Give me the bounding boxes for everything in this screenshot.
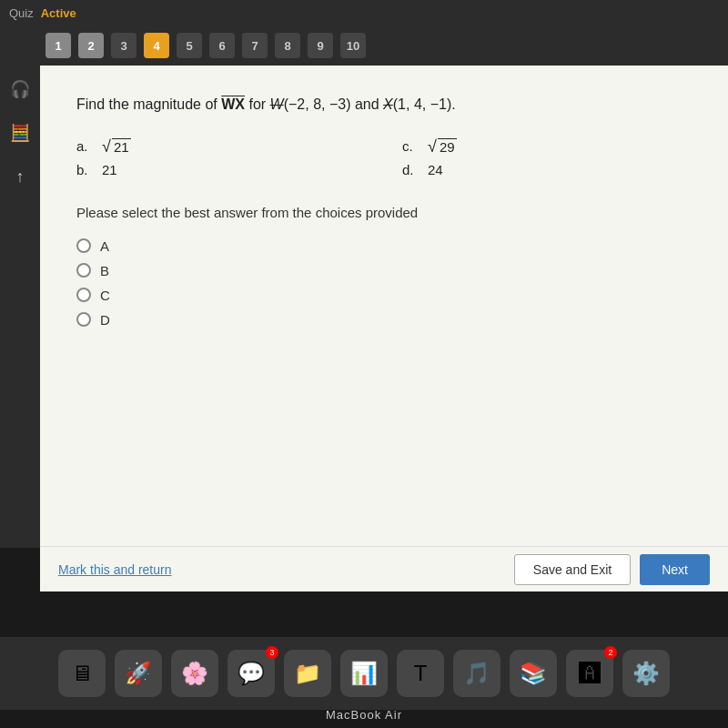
radio-d[interactable]	[76, 312, 91, 327]
dock-messages-icon[interactable]: 💬 3	[228, 650, 275, 697]
answer-a-label: a.	[76, 138, 95, 154]
answer-b-value: 21	[102, 162, 117, 177]
tab-4[interactable]: 4	[144, 33, 169, 58]
sidebar: 🎧 🧮 ↑	[0, 66, 40, 548]
point-w-coords: (−2, 8, −3)	[284, 96, 351, 112]
mark-return-button[interactable]: Mark this and return	[58, 562, 172, 577]
action-bar: Mark this and return Save and Exit Next	[40, 546, 728, 592]
tab-6[interactable]: 6	[209, 33, 235, 58]
answer-b-label: b.	[76, 162, 95, 177]
question-prefix: Find the magnitude of	[76, 96, 221, 112]
quiz-status: Active	[41, 6, 76, 20]
tab-3[interactable]: 3	[111, 33, 136, 58]
dock-books-icon[interactable]: 📚	[510, 650, 557, 697]
choice-d[interactable]: D	[76, 312, 692, 328]
dock-files-icon[interactable]: 📁	[284, 650, 331, 697]
answer-c: c. √29	[402, 138, 692, 155]
choice-d-label: D	[100, 312, 110, 328]
choice-c[interactable]: C	[76, 288, 692, 303]
dock-settings-icon[interactable]: ⚙️	[622, 650, 670, 697]
appstore-badge: 2	[604, 646, 617, 659]
quiz-title: Quiz	[9, 6, 34, 20]
point-x: X	[383, 96, 393, 112]
choice-b[interactable]: B	[76, 263, 692, 278]
question-and: and	[355, 96, 383, 112]
answer-d-label: d.	[402, 162, 420, 177]
choice-c-label: C	[100, 288, 110, 303]
dock-text-icon[interactable]: T	[397, 650, 444, 697]
question-text: Find the magnitude of WX for W(−2, 8, −3…	[76, 93, 692, 116]
point-w: W	[270, 96, 284, 112]
tab-10[interactable]: 10	[340, 33, 366, 58]
answer-d-value: 24	[428, 162, 443, 177]
vector-label: WX	[221, 96, 248, 112]
mac-label: MacBook Air	[326, 708, 402, 722]
tab-5[interactable]: 5	[177, 33, 202, 58]
save-exit-button[interactable]: Save and Exit	[514, 554, 631, 585]
question-middle: for	[248, 96, 269, 112]
dock-photos-icon[interactable]: 🌸	[171, 650, 218, 697]
point-x-coords: (1, 4, −1).	[393, 96, 456, 112]
up-arrow-icon[interactable]: ↑	[5, 162, 35, 191]
dock-chart-icon[interactable]: 📊	[340, 650, 388, 697]
question-tabs: 1 2 3 4 5 6 7 8 9 10	[0, 25, 728, 66]
quiz-content-area: Find the magnitude of WX for W(−2, 8, −3…	[40, 66, 728, 592]
choice-a-label: A	[100, 238, 109, 254]
tab-9[interactable]: 9	[308, 33, 333, 58]
top-bar: Quiz Active	[0, 0, 728, 25]
answer-a: a. √21	[76, 138, 366, 155]
answer-a-value: √21	[102, 138, 131, 155]
dock-finder-icon[interactable]: 🖥	[58, 650, 106, 697]
answers-grid: a. √21 c. √29 b. 21 d. 24	[76, 138, 692, 177]
dock-appstore-icon[interactable]: 🅰 2	[566, 650, 613, 697]
tab-1[interactable]: 1	[46, 33, 71, 58]
answer-b: b. 21	[76, 162, 366, 177]
dock-music-icon[interactable]: 🎵	[453, 650, 500, 697]
choice-b-label: B	[100, 263, 109, 278]
answer-c-value: √29	[428, 138, 457, 155]
choice-a[interactable]: A	[76, 238, 692, 254]
dock: 🖥 🚀 🌸 💬 3 📁 📊 T 🎵 📚 🅰 2 ⚙️	[0, 637, 728, 710]
action-buttons: Save and Exit Next	[514, 554, 710, 585]
next-button[interactable]: Next	[640, 554, 710, 585]
radio-c[interactable]	[76, 288, 91, 302]
tab-8[interactable]: 8	[275, 33, 300, 58]
mac-taskbar: 🖥 🚀 🌸 💬 3 📁 📊 T 🎵 📚 🅰 2 ⚙️ MacBook Air	[0, 592, 728, 728]
dock-launchpad-icon[interactable]: 🚀	[115, 650, 162, 697]
calculator-icon[interactable]: 🧮	[5, 118, 35, 147]
answer-c-label: c.	[402, 138, 420, 154]
tab-2[interactable]: 2	[78, 33, 104, 58]
radio-a[interactable]	[76, 238, 91, 253]
answer-d: d. 24	[402, 162, 692, 177]
tab-7[interactable]: 7	[242, 33, 268, 58]
choices-list: A B C D	[76, 238, 692, 328]
select-prompt: Please select the best answer from the c…	[76, 205, 692, 220]
messages-badge: 3	[266, 646, 278, 659]
headphones-icon[interactable]: 🎧	[5, 75, 35, 104]
radio-b[interactable]	[76, 263, 91, 278]
